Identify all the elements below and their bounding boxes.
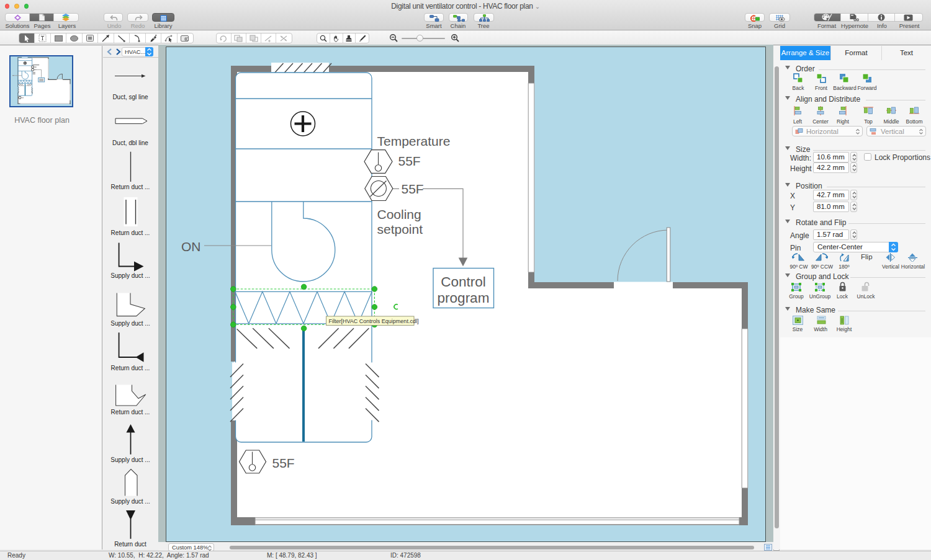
svg-text:Control: Control (441, 274, 486, 290)
svg-text:Return duct: Return duct (114, 541, 146, 548)
svg-text:Supply duct ...: Supply duct ... (110, 456, 150, 463)
svg-text:Temperature: Temperature (377, 134, 451, 148)
svg-text:Supply duct ...: Supply duct ... (110, 272, 150, 279)
svg-text:Supply duct ...: Supply duct ... (110, 320, 150, 327)
svg-text:Return duct ...: Return duct ... (111, 409, 150, 416)
svg-text:Supply duct ...: Supply duct ... (110, 498, 150, 505)
svg-text:ON: ON (181, 239, 201, 254)
svg-text:Return duct ...: Return duct ... (111, 365, 150, 371)
svg-text:55F: 55F (272, 456, 295, 470)
svg-text:55F: 55F (398, 154, 421, 168)
svg-text:Cooling: Cooling (377, 207, 421, 221)
svg-text:Duct, dbl line: Duct, dbl line (112, 140, 148, 146)
svg-text:Return duct ...: Return duct ... (111, 184, 150, 190)
svg-text:Duct, sgl line: Duct, sgl line (112, 94, 148, 100)
svg-text:setpoint: setpoint (377, 222, 423, 236)
svg-text:Filter[HVAC Controls Equipment: Filter[HVAC Controls Equipment.cdl] (329, 318, 419, 324)
svg-text:program: program (438, 290, 490, 306)
svg-text:55F: 55F (402, 182, 424, 196)
svg-text:Return duct ...: Return duct ... (111, 229, 150, 236)
